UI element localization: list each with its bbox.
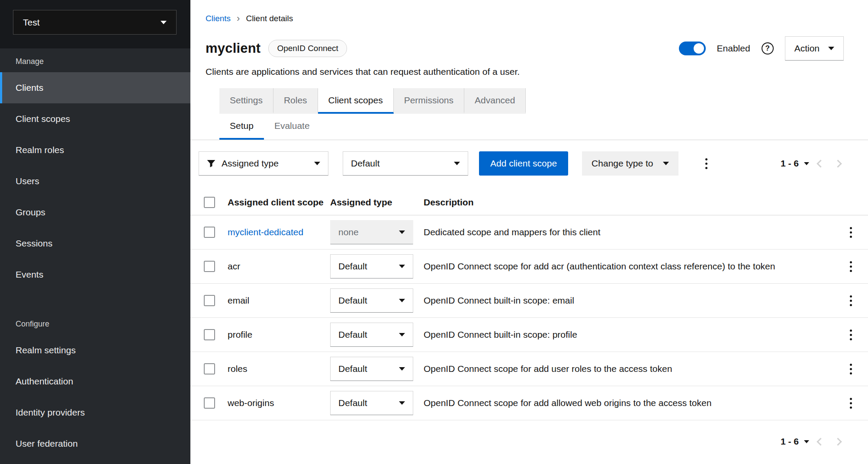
pagination-range-toggle[interactable]: 1 - 6 [781,436,809,447]
add-client-scope-button[interactable]: Add client scope [479,151,568,176]
enabled-label: Enabled [717,43,750,54]
scope-name: web-origins [228,398,274,408]
chevron-down-icon [454,162,460,165]
pagination-next-button[interactable] [829,432,849,451]
scope-name[interactable]: myclient-dedicated [228,227,303,237]
client-scopes-table: Assigned client scope Assigned type Desc… [190,189,868,420]
tab-advanced[interactable]: Advanced [464,88,526,114]
help-icon[interactable] [762,42,774,54]
assigned-type-value: Default [338,330,367,340]
breadcrumb-separator-icon: › [237,13,240,24]
scope-name: profile [228,330,252,340]
sidebar-item-realm-settings[interactable]: Realm settings [0,335,190,366]
row-checkbox[interactable] [204,261,215,272]
header-actions: Enabled Action [679,36,844,61]
sidebar-item-groups[interactable]: Groups [0,197,190,228]
chevron-left-icon [817,438,824,445]
chevron-right-icon [834,438,842,445]
assigned-type-select[interactable]: Default [330,288,413,313]
sidebar-item-sessions[interactable]: Sessions [0,228,190,259]
column-header-description: Description [424,197,833,208]
filter-category-select[interactable]: Assigned type [199,151,328,176]
sidebar-item-events[interactable]: Events [0,259,190,290]
chevron-down-icon [399,367,405,371]
chevron-down-icon [663,162,669,165]
table-row-myclient-dedicated: myclient-dedicatednoneDedicated scope an… [190,215,868,250]
subtab-evaluate[interactable]: Evaluate [264,114,320,140]
sidebar: Test ManageClientsClient scopesRealm rol… [0,0,190,464]
filter-label: Assigned type [222,158,279,169]
filter-label-wrap: Assigned type [207,158,279,169]
filter-icon [207,159,215,168]
pagination-bottom: 1 - 6 [190,420,868,463]
sidebar-item-client-scopes[interactable]: Client scopes [0,103,190,134]
chevron-right-icon [834,160,842,167]
change-type-to-dropdown[interactable]: Change type to [582,151,678,176]
breadcrumb-clients-link[interactable]: Clients [206,14,231,23]
pagination-prev-button[interactable] [809,432,829,451]
enabled-toggle[interactable] [679,42,706,55]
sidebar-item-users[interactable]: Users [0,166,190,197]
pagination-range: 1 - 6 [781,158,799,169]
row-checkbox[interactable] [204,227,215,238]
pagination-prev-button[interactable] [809,154,829,173]
pagination-top: 1 - 6 [781,154,849,173]
column-header-assigned-client-scope: Assigned client scope [228,197,330,208]
tab-roles[interactable]: Roles [273,88,318,114]
client-scopes-subtabs: SetupEvaluate [219,114,868,140]
tab-settings[interactable]: Settings [219,88,273,114]
row-checkbox[interactable] [204,363,215,374]
row-kebab-menu-icon[interactable] [845,257,856,275]
sidebar-item-authentication[interactable]: Authentication [0,366,190,397]
sidebar-nav: ManageClientsClient scopesRealm rolesUse… [0,48,190,459]
column-header-assigned-type: Assigned type [330,197,424,208]
tab-permissions[interactable]: Permissions [394,88,464,114]
assigned-type-select[interactable]: Default [330,357,413,381]
row-kebab-menu-icon[interactable] [845,326,856,344]
nav-section-label-manage: Manage [0,48,190,72]
sidebar-item-clients[interactable]: Clients [0,72,190,103]
row-checkbox[interactable] [204,295,215,306]
sidebar-item-realm-roles[interactable]: Realm roles [0,134,190,166]
scope-name: acr [228,261,240,272]
table-row-web-origins: web-originsDefaultOpenID Connect scope f… [190,386,868,420]
sidebar-item-user-federation[interactable]: User federation [0,428,190,459]
scope-name: roles [228,364,248,374]
pagination-next-button[interactable] [829,154,849,173]
type-filter-select[interactable]: Default [343,151,468,176]
chevron-down-icon [161,21,167,24]
page-description: Clients are applications and services th… [206,67,868,77]
row-kebab-menu-icon[interactable] [845,394,856,412]
row-checkbox[interactable] [204,329,215,340]
scope-description: OpenID Connect scope for add allowed web… [424,398,833,408]
sidebar-item-identity-providers[interactable]: Identity providers [0,397,190,428]
page-header: myclient OpenID Connect Enabled Action [206,36,844,61]
row-kebab-menu-icon[interactable] [845,291,856,310]
scope-description: OpenID Connect scope for add acr (authen… [424,261,833,272]
pagination-range-toggle[interactable]: 1 - 6 [781,158,809,169]
select-all-checkbox[interactable] [204,197,215,208]
assigned-type-value: none [338,227,359,237]
realm-selector[interactable]: Test [13,10,177,35]
subtab-setup[interactable]: Setup [219,114,264,140]
nav-section-label-configure: Configure [0,311,190,335]
action-dropdown[interactable]: Action [785,36,844,61]
client-tabs: SettingsRolesClient scopesPermissionsAdv… [219,88,868,114]
chevron-down-icon [399,230,405,234]
pagination-range: 1 - 6 [781,436,799,447]
tab-client-scopes[interactable]: Client scopes [318,88,394,114]
assigned-type-select[interactable]: Default [330,323,413,347]
chevron-down-icon [828,47,834,50]
row-checkbox[interactable] [204,397,215,409]
assigned-type-select[interactable]: Default [330,391,413,415]
toolbar-kebab-menu-icon[interactable] [701,154,712,173]
assigned-type-select[interactable]: Default [330,254,413,278]
chevron-down-icon [804,440,809,443]
row-kebab-menu-icon[interactable] [845,223,856,241]
chevron-down-icon [399,299,405,302]
scope-description: Dedicated scope and mappers for this cli… [424,227,833,237]
scope-description: OpenID Connect scope for add user roles … [424,364,833,374]
breadcrumb-current: Client details [246,14,293,23]
row-kebab-menu-icon[interactable] [845,360,856,378]
assigned-type-select[interactable]: none [330,220,413,244]
